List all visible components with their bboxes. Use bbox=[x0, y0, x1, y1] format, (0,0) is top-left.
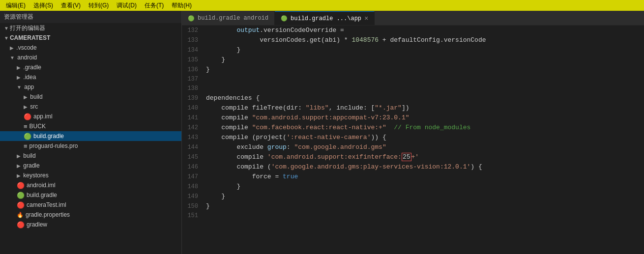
sidebar-label: 打开的编辑器 bbox=[10, 24, 45, 32]
line-number: 140 bbox=[182, 104, 204, 113]
line-content: versionCodes.get(abi) * 1048576 + defaul… bbox=[204, 35, 644, 45]
code-line-141: 141 compile "com.android.support:appcomp… bbox=[182, 113, 644, 123]
arrow-icon: ▼ bbox=[10, 55, 15, 60]
menu-select[interactable]: 选择(S) bbox=[29, 1, 57, 10]
sidebar-item-src[interactable]: ▶ src bbox=[0, 102, 181, 112]
tab-build-gradle-android[interactable]: 🟢 build.gradle android bbox=[182, 11, 275, 25]
sidebar-item-buildgradle-active[interactable]: 🟢 build.gradle bbox=[0, 131, 181, 141]
sidebar-item-appiml[interactable]: 🔴 app.iml bbox=[0, 112, 181, 121]
line-content: dependencies { bbox=[204, 93, 644, 103]
code-editor[interactable]: 132 output.versionCodeOverride = 133 ver… bbox=[182, 26, 644, 254]
line-content: compile (project(':react-native-camera')… bbox=[204, 133, 644, 142]
menu-debug[interactable]: 调试(D) bbox=[113, 1, 141, 10]
sidebar-item-vscode[interactable]: ▶ .vscode bbox=[0, 43, 181, 53]
sidebar-item-idea[interactable]: ▶ .idea bbox=[0, 72, 181, 82]
menu-help[interactable]: 帮助(H) bbox=[168, 1, 196, 10]
fire-icon: 🔥 bbox=[17, 212, 24, 218]
sidebar-header: 资源管理器 bbox=[0, 11, 181, 23]
code-line-143: 143 compile (project(':react-native-came… bbox=[182, 133, 644, 142]
sidebar-label: .idea bbox=[22, 74, 36, 81]
sidebar-label: gradle.properties bbox=[26, 211, 70, 218]
sidebar-label: build.gradle bbox=[27, 192, 57, 198]
main-area: 资源管理器 ▼ 打开的编辑器 ▼ CAMERATEST ▶ .vscode ▼ … bbox=[0, 11, 644, 254]
line-content: } bbox=[204, 192, 644, 201]
code-line-139: 139 dependencies { bbox=[182, 93, 644, 103]
line-content: compile "com.facebook.react:react-native… bbox=[204, 123, 644, 132]
tab-label: build.gradle ...\app bbox=[291, 15, 361, 22]
sidebar-item-build2[interactable]: ▶ build bbox=[0, 151, 181, 161]
line-number: 141 bbox=[182, 113, 204, 123]
sidebar-label: keystores bbox=[22, 172, 49, 179]
sidebar-item-gradle2[interactable]: ▶ gradle bbox=[0, 161, 181, 170]
sidebar-label: app bbox=[23, 84, 34, 90]
sidebar-label: cameraTest.iml bbox=[27, 201, 66, 208]
line-number: 147 bbox=[182, 172, 204, 182]
line-number: 142 bbox=[182, 123, 204, 133]
tab-bar: 🟢 build.gradle android 🟢 build.gradle ..… bbox=[182, 11, 644, 26]
line-number: 132 bbox=[182, 26, 204, 35]
line-number: 135 bbox=[182, 56, 204, 65]
code-line-132: 132 output.versionCodeOverride = bbox=[182, 26, 644, 35]
line-number: 136 bbox=[182, 65, 204, 75]
sidebar-item-cameratestiml[interactable]: 🔴 cameraTest.iml bbox=[0, 200, 181, 210]
code-line-137: 137 bbox=[182, 75, 644, 84]
sidebar-item-open-editors[interactable]: ▼ 打开的编辑器 bbox=[0, 23, 181, 33]
code-line-147: 147 force = true bbox=[182, 172, 644, 182]
code-line-145: 145 compile 'com.android.support:exifint… bbox=[182, 152, 644, 162]
menu-bar: 编辑(E) 选择(S) 查看(V) 转到(G) 调试(D) 任务(T) 帮助(H… bbox=[0, 0, 644, 11]
sidebar-item-android[interactable]: ▼ android bbox=[0, 53, 181, 62]
line-number: 134 bbox=[182, 46, 204, 55]
sidebar-item-build-folder[interactable]: ▶ build bbox=[0, 92, 181, 102]
arrow-icon: ▶ bbox=[17, 153, 21, 159]
menu-goto[interactable]: 转到(G) bbox=[85, 1, 113, 10]
tab-icon: 🟢 bbox=[188, 15, 195, 22]
red-icon: 🔴 bbox=[24, 113, 31, 120]
sidebar-item-gradleprops[interactable]: 🔥 gradle.properties bbox=[0, 210, 181, 220]
sidebar-item-androidxml[interactable]: 🔴 android.iml bbox=[0, 180, 181, 190]
red-icon: 🔴 bbox=[17, 221, 25, 228]
sidebar-label: src bbox=[29, 103, 38, 110]
editor-area: 🟢 build.gradle android 🟢 build.gradle ..… bbox=[182, 11, 644, 254]
code-line-142: 142 compile "com.facebook.react:react-na… bbox=[182, 123, 644, 133]
sidebar-item-gradle[interactable]: ▶ .gradle bbox=[0, 62, 181, 72]
line-content: } bbox=[204, 182, 644, 191]
sidebar-label: .gradle bbox=[22, 64, 41, 71]
red-icon: 🔴 bbox=[17, 182, 25, 189]
code-line-133: 133 versionCodes.get(abi) * 1048576 + de… bbox=[182, 35, 644, 45]
menu-edit[interactable]: 编辑(E) bbox=[2, 1, 29, 10]
line-number: 146 bbox=[182, 163, 204, 172]
line-content: compile ('com.google.android.gms:play-se… bbox=[204, 162, 644, 171]
line-number: 143 bbox=[182, 133, 204, 142]
code-line-148: 148 } bbox=[182, 182, 644, 192]
sidebar-item-buck[interactable]: ≡ BUCK bbox=[0, 121, 181, 131]
arrow-icon: ▶ bbox=[24, 94, 28, 100]
sidebar-item-keystores[interactable]: ▶ keystores bbox=[0, 170, 181, 180]
line-number: 144 bbox=[182, 143, 204, 152]
sidebar-label: build bbox=[29, 93, 43, 100]
sidebar-item-buildgradle2[interactable]: 🟢 build.gradle bbox=[0, 190, 181, 200]
sidebar-label: android.iml bbox=[27, 182, 56, 189]
menu-task[interactable]: 任务(T) bbox=[141, 1, 168, 10]
sidebar-item-gradlew[interactable]: 🔴 gradlew bbox=[0, 220, 181, 229]
tab-label: build.gradle android bbox=[198, 15, 268, 22]
line-content: compile fileTree(dir: "libs", include: [… bbox=[204, 103, 644, 113]
arrow-icon: ▼ bbox=[4, 35, 9, 41]
arrow-icon: ▶ bbox=[17, 65, 21, 70]
sidebar-item-app[interactable]: ▼ app bbox=[0, 82, 181, 92]
code-line-150: 150 } bbox=[182, 201, 644, 211]
code-line-135: 135 } bbox=[182, 55, 644, 65]
code-line-151: 151 bbox=[182, 211, 644, 221]
close-icon[interactable]: × bbox=[364, 15, 368, 23]
line-number: 138 bbox=[182, 84, 204, 93]
code-line-136: 136 } bbox=[182, 65, 644, 75]
code-line-149: 149 } bbox=[182, 192, 644, 201]
tab-build-gradle-app[interactable]: 🟢 build.gradle ...\app × bbox=[275, 11, 375, 25]
code-line-140: 140 compile fileTree(dir: "libs", includ… bbox=[182, 103, 644, 113]
red-icon: 🔴 bbox=[17, 201, 25, 209]
sidebar: 资源管理器 ▼ 打开的编辑器 ▼ CAMERATEST ▶ .vscode ▼ … bbox=[0, 11, 182, 254]
sidebar-item-cameratest[interactable]: ▼ CAMERATEST bbox=[0, 33, 181, 43]
sidebar-item-proguard[interactable]: ≡ proguard-rules.pro bbox=[0, 141, 181, 151]
menu-view[interactable]: 查看(V) bbox=[57, 1, 85, 10]
sidebar-label: gradlew bbox=[27, 221, 47, 228]
line-content: } bbox=[204, 201, 644, 211]
